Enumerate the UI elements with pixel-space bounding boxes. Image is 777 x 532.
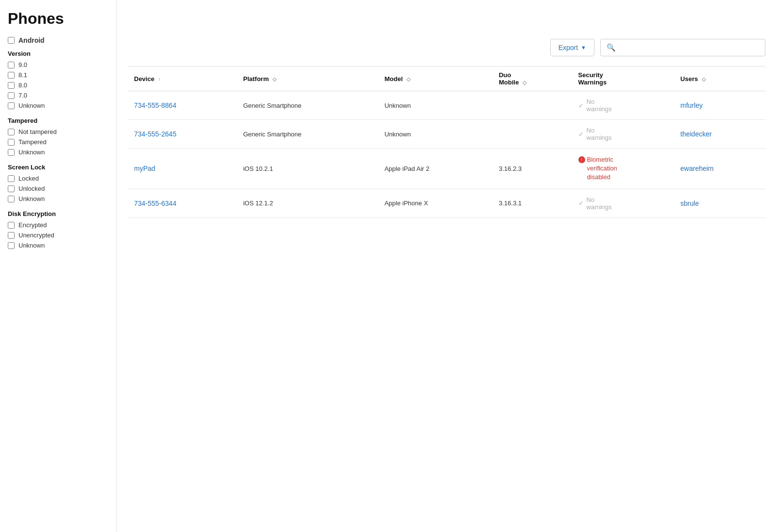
cell-duo-mobile: 3.16.3.1 [493,189,572,217]
cell-users: theidecker [675,120,765,149]
check-icon: ✓ [578,102,584,109]
cell-device: 734-555-6344 [128,189,237,217]
cell-duo-mobile [493,120,572,149]
version-81-label: 8.1 [18,71,27,79]
tampered-not-label: Not tampered [18,128,57,135]
version-section-title: Version [8,50,108,57]
version-unknown[interactable]: Unknown [8,102,108,109]
encryption-encrypted-checkbox[interactable] [8,222,15,229]
column-model[interactable]: Model ◇ [379,66,493,91]
biometric-warning-text: Biometricverificationdisabled [587,155,617,182]
encryption-encrypted[interactable]: Encrypted [8,221,108,229]
column-platform-sort-icon: ◇ [272,76,276,83]
screenlock-locked-label: Locked [18,175,39,182]
user-link[interactable]: theidecker [680,130,712,138]
cell-duo-mobile [493,91,572,120]
tampered-filter-section: Tampered Not tampered Tampered Unknown [8,117,108,156]
version-90-label: 9.0 [18,61,27,68]
cell-device: 734-555-8864 [128,91,237,120]
column-security-warnings: SecurityWarnings [573,66,675,91]
version-70[interactable]: 7.0 [8,92,108,99]
tampered-unknown-checkbox[interactable] [8,149,15,156]
tampered-yes-checkbox[interactable] [8,139,15,146]
tampered-yes[interactable]: Tampered [8,138,108,146]
cell-users: sbrule [675,189,765,217]
main-content: Export ▼ 🔍 Device ↑ Platform ◇ [117,0,777,532]
encryption-unencrypted-label: Unencrypted [18,232,54,239]
version-unknown-label: Unknown [18,102,45,109]
cell-platform: Generic Smartphone [237,91,379,120]
cell-model: Unknown [379,91,493,120]
version-90[interactable]: 9.0 [8,61,108,68]
search-input[interactable] [620,44,759,51]
screenlock-locked-checkbox[interactable] [8,175,15,182]
android-label: Android [18,36,45,44]
device-link[interactable]: 734-555-2645 [134,130,176,138]
table-row: 734-555-8864Generic SmartphoneUnknown✓No… [128,91,765,120]
column-security-warnings-label: SecurityWarnings [578,71,607,86]
encryption-encrypted-label: Encrypted [18,221,47,229]
android-checkbox[interactable] [8,37,15,44]
device-link[interactable]: myPad [134,165,155,172]
column-users-label: Users [680,75,698,83]
column-platform[interactable]: Platform ◇ [237,66,379,91]
device-link[interactable]: 734-555-6344 [134,200,176,207]
user-link[interactable]: mfurley [680,101,703,109]
check-icon: ✓ [578,131,584,138]
screenlock-unknown-checkbox[interactable] [8,196,15,202]
version-80-checkbox[interactable] [8,82,15,89]
encryption-unknown[interactable]: Unknown [8,242,108,249]
tampered-not[interactable]: Not tampered [8,128,108,135]
column-users-sort-icon: ◇ [702,76,706,83]
export-button[interactable]: Export ▼ [550,39,594,56]
column-duo-mobile[interactable]: DuoMobile ◇ [493,66,572,91]
tampered-unknown[interactable]: Unknown [8,149,108,156]
version-filter-section: Version 9.0 8.1 8.0 7.0 Unknown [8,50,108,109]
screenlock-unknown-label: Unknown [18,195,45,202]
device-link[interactable]: 734-555-8864 [134,101,176,109]
column-device[interactable]: Device ↑ [128,66,237,91]
encryption-unknown-checkbox[interactable] [8,242,15,249]
cell-users: ewareheim [675,149,765,189]
cell-security-warnings: !Biometricverificationdisabled [573,149,675,189]
screenlock-unlocked-checkbox[interactable] [8,185,15,192]
check-icon: ✓ [578,200,584,207]
table-row: 734-555-2645Generic SmartphoneUnknown✓No… [128,120,765,149]
cell-security-warnings: ✓Nowarnings [573,189,675,217]
diskencryption-section-title: Disk Encryption [8,210,108,217]
screenlock-unlocked[interactable]: Unlocked [8,185,108,192]
version-81[interactable]: 8.1 [8,71,108,79]
version-70-checkbox[interactable] [8,92,15,99]
user-link[interactable]: ewareheim [680,165,713,172]
search-icon: 🔍 [607,43,616,52]
encryption-unknown-label: Unknown [18,242,45,249]
version-81-checkbox[interactable] [8,72,15,79]
cell-platform: Generic Smartphone [237,120,379,149]
cell-model: Unknown [379,120,493,149]
warning-icon: ! [578,156,585,163]
screenlock-locked[interactable]: Locked [8,175,108,182]
version-unknown-checkbox[interactable] [8,102,15,109]
page-title: Phones [8,10,108,28]
version-80-label: 8.0 [18,82,27,89]
column-users[interactable]: Users ◇ [675,66,765,91]
tampered-not-checkbox[interactable] [8,129,15,135]
tampered-section-title: Tampered [8,117,108,124]
cell-device: myPad [128,149,237,189]
user-link[interactable]: sbrule [680,200,699,207]
screenlock-unknown[interactable]: Unknown [8,195,108,202]
version-90-checkbox[interactable] [8,62,15,68]
version-80[interactable]: 8.0 [8,82,108,89]
cell-model: Apple iPhone X [379,189,493,217]
search-box: 🔍 [600,39,765,56]
sort-asc-icon: ↑ [158,76,161,82]
cell-platform: iOS 12.1.2 [237,189,379,217]
diskencryption-filter-section: Disk Encryption Encrypted Unencrypted Un… [8,210,108,249]
cell-users: mfurley [675,91,765,120]
version-70-label: 7.0 [18,92,27,99]
encryption-unencrypted[interactable]: Unencrypted [8,232,108,239]
cell-model: Apple iPad Air 2 [379,149,493,189]
cell-duo-mobile: 3.16.2.3 [493,149,572,189]
encryption-unencrypted-checkbox[interactable] [8,232,15,239]
tampered-yes-label: Tampered [18,138,47,146]
